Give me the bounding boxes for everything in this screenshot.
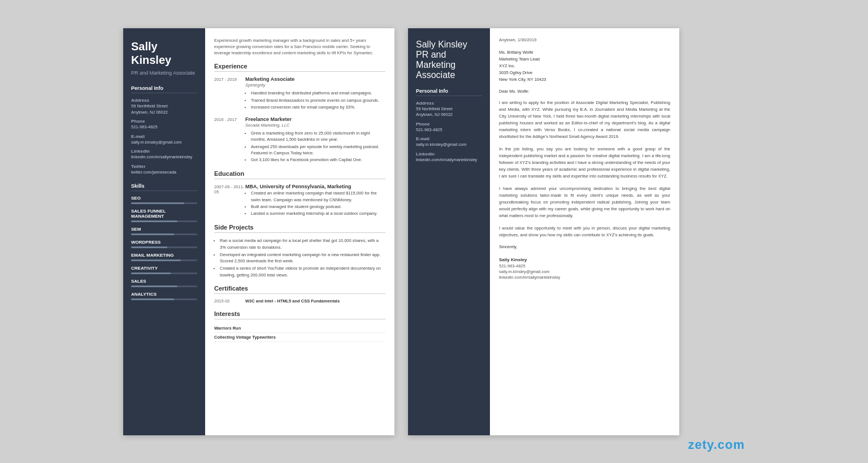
cover-address-label: Address [416, 101, 482, 106]
skill-bar-fill [131, 202, 184, 204]
exp-bullets: Handled branding for distributed platfor… [245, 90, 385, 110]
skill-name: SALES FUNNEL MANAGEMENT [131, 209, 197, 219]
cover-addressee: Ms. Brittany Wolfe Marketing Team Lead X… [499, 49, 670, 83]
resume-title: PR and Marketing Associate [131, 70, 197, 77]
exp-role: Marketing Associate [245, 76, 385, 82]
side-project-item: Ran a social media ad campaign for a loc… [220, 237, 385, 250]
skill-bar-fill [131, 298, 174, 300]
cover-phone-label: Phone [416, 122, 482, 127]
cover-paragraph: I am writing to apply for the position o… [499, 99, 670, 140]
experience-bullet: Averaged 250 downloads per episode for w… [251, 144, 385, 157]
exp-dates: 2017 - 2019 [214, 76, 245, 111]
email-label: E-mail [131, 134, 197, 139]
side-project-item: Created a series of short YouTube videos… [220, 265, 385, 278]
skill-bar-fill [131, 285, 177, 287]
cert-name: W3C and Intel - HTML5 and CSS Fundamenta… [245, 298, 340, 304]
side-project-item: Developed an integrated content marketin… [220, 252, 385, 265]
experience-item: 2017 - 2019 Marketing Associate Spintegr… [214, 76, 385, 111]
addressee-company: XYZ Inc. [499, 63, 670, 70]
exp-content: Marketing Associate Spintegrity Handled … [245, 76, 385, 111]
skill-bar-fill [131, 220, 177, 222]
resume-summary: Experienced growth marketing manager wit… [214, 37, 385, 57]
skills-label: Skills [131, 183, 197, 191]
skill-bar-bg [131, 233, 197, 235]
education-item: 2007-09 - 2011-05 MBA, University of Pen… [214, 184, 385, 217]
skill-name: ANALYTICS [131, 292, 197, 297]
address-value: 59 Northfield StreetAnytown, NJ 06022 [131, 103, 197, 115]
skill-item: SALES [131, 279, 197, 287]
skill-bar-bg [131, 285, 197, 287]
cover-sidebar: Sally Kinsley PR and Marketing Associate… [408, 28, 490, 435]
cover-sig-email: sally.m.kinsley@gmail.com [499, 269, 670, 274]
cover-email-label: E-mail [416, 136, 482, 141]
experience-container: 2017 - 2019 Marketing Associate Spintegr… [214, 76, 385, 163]
interests-container: Warriors RunCollecting Vintage Typewrite… [214, 324, 385, 342]
experience-bullet: Got 3,100 likes for a Facebook promotion… [251, 157, 385, 163]
phone-label: Phone [131, 119, 197, 124]
skill-name: SALES [131, 279, 197, 284]
experience-bullet: Grew a marketing blog from zero to 25,00… [251, 130, 385, 143]
linkedin-label: LinkedIn [131, 149, 197, 154]
cover-paragraph: I have always admired your uncompromisin… [499, 185, 670, 219]
skill-item: ANALYTICS [131, 292, 197, 300]
education-label: Education [214, 170, 385, 179]
twitter-value: twitter.com/jaimesecada [131, 170, 197, 176]
resume-sidebar: Sally Kinsley PR and Marketing Associate… [123, 28, 205, 435]
cover-closing: Sincerely, [499, 244, 670, 249]
cover-phone-value: 521-963-4825 [416, 127, 482, 133]
edu-bullet: Created an online marketing campaign tha… [251, 190, 385, 203]
skill-name: SEM [131, 227, 197, 232]
edu-dates: 2007-09 - 2011-05 [214, 184, 245, 217]
cover-address-value: 59 Northfield StreetAnytown, NJ 06022 [416, 106, 482, 118]
skill-bar-fill [131, 233, 174, 235]
skill-name: CREATIVITY [131, 266, 197, 271]
phone-value: 521-963-4825 [131, 124, 197, 131]
experience-bullet: Trained Brand Ambassadors to promote eve… [251, 97, 385, 103]
skill-bar-fill [131, 272, 171, 274]
skill-bar-bg [131, 220, 197, 222]
skill-bar-bg [131, 246, 197, 248]
side-projects-container: Ran a social media ad campaign for a loc… [214, 237, 385, 278]
certificate-item: 2015-02 W3C and Intel - HTML5 and CSS Fu… [214, 298, 385, 304]
skill-item: SEO [131, 196, 197, 204]
skill-bar-fill [131, 259, 181, 261]
brand-logo: zety.com [688, 438, 745, 452]
addressee-street: 3035 Ogilvy Drive [499, 70, 670, 76]
skill-item: CREATIVITY [131, 266, 197, 274]
cover-date: Anytown, 1/30/2019 [499, 37, 670, 42]
cover-main: Anytown, 1/30/2019 Ms. Brittany Wolfe Ma… [490, 28, 679, 435]
exp-bullets: Grew a marketing blog from zero to 25,00… [245, 130, 385, 163]
skill-bar-bg [131, 202, 197, 204]
certificates-label: Certificates [214, 285, 385, 294]
edu-degree: MBA, University of Pennsylvania, Marketi… [245, 184, 385, 189]
cover-paragraph: I would value the opportunity to meet wi… [499, 225, 670, 239]
exp-content: Freelance Marketer Secada Marketing, LLC… [245, 116, 385, 163]
edu-bullet: Built and managed the student geology po… [251, 204, 385, 210]
skill-item: SALES FUNNEL MANAGEMENT [131, 209, 197, 222]
skill-bar-fill [131, 246, 167, 248]
skill-name: EMAIL MARKETING [131, 253, 197, 258]
skill-item: WORDPRESS [131, 240, 197, 248]
cover-document: Sally Kinsley PR and Marketing Associate… [408, 28, 679, 435]
cover-name: Sally Kinsley [416, 40, 482, 50]
skill-name: WORDPRESS [131, 240, 197, 245]
skill-bar-bg [131, 272, 197, 274]
skill-bar-bg [131, 298, 197, 300]
skills-container: SEO SALES FUNNEL MANAGEMENT SEM WORDPRES… [131, 196, 197, 300]
edu-bullet: Landed a summer marketing internship at … [251, 210, 385, 217]
addressee-city: New York City, NY 10423 [499, 76, 670, 83]
cover-email-value: sally.m.kinsley@gmail.com [416, 142, 482, 148]
interest-item: Collecting Vintage Typewriters [214, 333, 385, 342]
exp-company: Spintegrity [245, 83, 385, 88]
cover-paragraphs: I am writing to apply for the position o… [499, 99, 670, 239]
addressee-title: Marketing Team Lead [499, 56, 670, 63]
experience-label: Experience [214, 63, 385, 72]
interest-item: Warriors Run [214, 324, 385, 333]
cover-greeting: Dear Ms. Wolfe: [499, 89, 670, 94]
cover-linkedin-label: LinkedIn [416, 152, 482, 157]
side-projects-label: Side Projects [214, 224, 385, 233]
edu-bullets: Created an online marketing campaign tha… [245, 190, 385, 217]
cover-linkedin-value: linkedin.com/in/sallymariekinsley [416, 157, 482, 163]
edu-content: MBA, University of Pennsylvania, Marketi… [245, 184, 385, 217]
experience-bullet: Increased conversion rate for email camp… [251, 104, 385, 110]
